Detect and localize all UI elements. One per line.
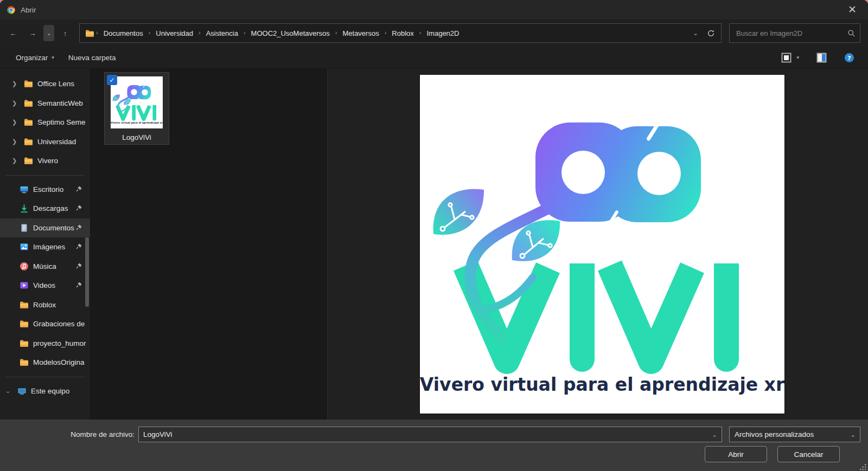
- sidebar-item-videos[interactable]: Videos: [0, 276, 90, 295]
- chrome-icon: [7, 5, 16, 15]
- resize-grip[interactable]: [860, 464, 866, 470]
- folder-icon: [20, 319, 29, 328]
- chevron-right-icon[interactable]: ❯: [12, 100, 20, 107]
- sidebar-item-label: Documentos: [33, 224, 74, 232]
- sidebar-item-label: Música: [33, 262, 56, 270]
- computer-icon: [17, 386, 27, 396]
- music-icon: [20, 262, 29, 271]
- help-button[interactable]: ?: [839, 50, 859, 66]
- breadcrumb-item[interactable]: Universidad: [152, 29, 197, 37]
- chevron-down-icon[interactable]: ⌄: [707, 430, 722, 438]
- filename-label: Nombre de archivo:: [0, 430, 135, 438]
- command-toolbar: Organizar ▾ Nueva carpeta ▾: [0, 47, 868, 69]
- sidebar-item-universidad[interactable]: ❯ Universidad: [0, 132, 90, 152]
- breadcrumb-item[interactable]: Imagen2D: [423, 29, 463, 37]
- sidebar-item-label: proyecto_humor: [33, 339, 86, 347]
- sidebar-item-modelosorigina[interactable]: ModelosOrigina: [0, 353, 90, 372]
- sidebar-item-imagenes[interactable]: Imágenes: [0, 237, 90, 257]
- breadcrumb-separator: ›: [198, 29, 201, 36]
- views-button[interactable]: ▾: [776, 50, 804, 66]
- breadcrumb-item[interactable]: Roblox: [388, 29, 417, 37]
- folder-icon: [24, 99, 33, 108]
- organize-button[interactable]: Organizar ▾: [11, 51, 59, 64]
- file-tile-logovivi[interactable]: ✓ LogoViVi: [104, 72, 169, 145]
- window-title: Abrir: [21, 6, 838, 14]
- sidebar-item-septimo-seme[interactable]: ❯ Septimo Seme: [0, 113, 90, 132]
- preview-pane-button[interactable]: [812, 50, 832, 66]
- breadcrumb-separator: ›: [419, 29, 422, 36]
- sidebar-item-label: Videos: [33, 281, 55, 289]
- folder-icon: [20, 300, 29, 309]
- sidebar-item-musica[interactable]: Música: [0, 257, 90, 276]
- documents-icon: [20, 223, 29, 233]
- up-button[interactable]: ↑: [56, 24, 74, 42]
- back-button[interactable]: ←: [4, 24, 22, 42]
- address-bar[interactable]: › Documentos › Universidad › Asistencia …: [79, 23, 722, 43]
- sidebar-item-grabaciones[interactable]: Grabaciones de: [0, 314, 90, 334]
- chevron-right-icon[interactable]: ❯: [12, 138, 20, 145]
- breadcrumb-separator: ›: [384, 29, 387, 36]
- sidebar-item-office-lens[interactable]: ❯ Office Lens: [0, 74, 90, 94]
- main-area: ❯ Office Lens ❯ SemanticWeb ❯ Septimo Se…: [0, 69, 868, 420]
- sidebar-item-semanticweb[interactable]: ❯ SemanticWeb: [0, 94, 90, 113]
- sidebar-item-documentos[interactable]: Documentos: [0, 218, 90, 238]
- file-thumbnail: [111, 76, 163, 128]
- desktop-icon: [20, 185, 29, 194]
- chevron-right-icon[interactable]: ❯: [12, 157, 20, 164]
- chevron-right-icon[interactable]: ❯: [12, 119, 20, 126]
- breadcrumb-item[interactable]: Metaversos: [339, 29, 382, 37]
- dialog-footer: Nombre de archivo: ⌄ Archivos personaliz…: [0, 420, 868, 471]
- filename-input[interactable]: [139, 430, 707, 438]
- search-box: [729, 23, 860, 43]
- sidebar-item-roblox[interactable]: Roblox: [0, 295, 90, 315]
- folder-icon: [24, 79, 33, 88]
- sidebar-item-label: Office Lens: [37, 80, 74, 88]
- address-history-chevron-icon[interactable]: ⌄: [688, 25, 703, 41]
- sidebar-item-este-equipo[interactable]: ⌄ Este equipo: [0, 382, 90, 401]
- chevron-down-icon: ⌄: [846, 430, 860, 438]
- folder-icon: [20, 339, 29, 348]
- sidebar-item-label: ModelosOrigina: [33, 358, 85, 366]
- close-icon[interactable]: ✕: [843, 0, 861, 20]
- sidebar-item-proyecto-humor[interactable]: proyecto_humor: [0, 334, 90, 353]
- chevron-down-icon: ▾: [52, 55, 54, 60]
- svg-text:?: ?: [847, 54, 851, 61]
- sidebar-item-descargas[interactable]: Descargas: [0, 199, 90, 218]
- sidebar-divider: [5, 377, 85, 377]
- breadcrumb-separator: ›: [243, 29, 246, 36]
- open-file-dialog: Abrir ✕ ← → ⌄ ↑ › Documentos › Universid…: [0, 0, 868, 471]
- refresh-icon[interactable]: [704, 25, 718, 41]
- breadcrumb-item[interactable]: Documentos: [100, 29, 147, 37]
- search-input[interactable]: [735, 29, 847, 38]
- sidebar-item-vivero[interactable]: ❯ Vivero: [0, 151, 90, 171]
- filetype-select[interactable]: Archivos personalizados ⌄: [729, 427, 860, 442]
- preview-pane: Vivero virtual para el aprendizaje xr: [328, 69, 868, 420]
- sidebar-item-label: Imágenes: [33, 243, 65, 251]
- folder-icon: [20, 358, 29, 367]
- forward-button[interactable]: →: [24, 24, 41, 42]
- navigation-bar: ← → ⌄ ↑ › Documentos › Universidad › Asi…: [0, 20, 868, 47]
- sidebar-item-label: Septimo Seme: [37, 118, 86, 126]
- cancel-button[interactable]: Cancelar: [777, 446, 840, 462]
- breadcrumb-item[interactable]: MOOC2_UsoMetaversos: [247, 29, 334, 37]
- sidebar-item-label: Grabaciones de: [33, 320, 85, 328]
- recent-locations-button[interactable]: ⌄: [43, 25, 54, 41]
- breadcrumb-item[interactable]: Asistencia: [202, 29, 242, 37]
- pin-icon: [75, 204, 82, 212]
- sidebar-item-label: Escritorio: [33, 185, 63, 193]
- vr-goggles: [535, 119, 701, 228]
- open-button[interactable]: Abrir: [705, 446, 767, 462]
- pin-icon: [75, 281, 82, 289]
- videos-icon: [20, 281, 29, 290]
- downloads-icon: [20, 204, 29, 213]
- chevron-down-icon[interactable]: ⌄: [5, 388, 13, 395]
- selected-checkbox[interactable]: ✓: [107, 75, 117, 85]
- new-folder-button[interactable]: Nueva carpeta: [63, 51, 121, 64]
- file-list[interactable]: ✓ LogoViVi: [90, 69, 328, 420]
- sidebar-item-label: Vivero: [37, 157, 58, 165]
- navigation-sidebar: ❯ Office Lens ❯ SemanticWeb ❯ Septimo Se…: [0, 69, 90, 420]
- sidebar-scrollbar[interactable]: [85, 237, 89, 307]
- pin-icon: [75, 224, 82, 231]
- chevron-right-icon[interactable]: ❯: [12, 80, 20, 87]
- sidebar-item-escritorio[interactable]: Escritorio: [0, 180, 90, 199]
